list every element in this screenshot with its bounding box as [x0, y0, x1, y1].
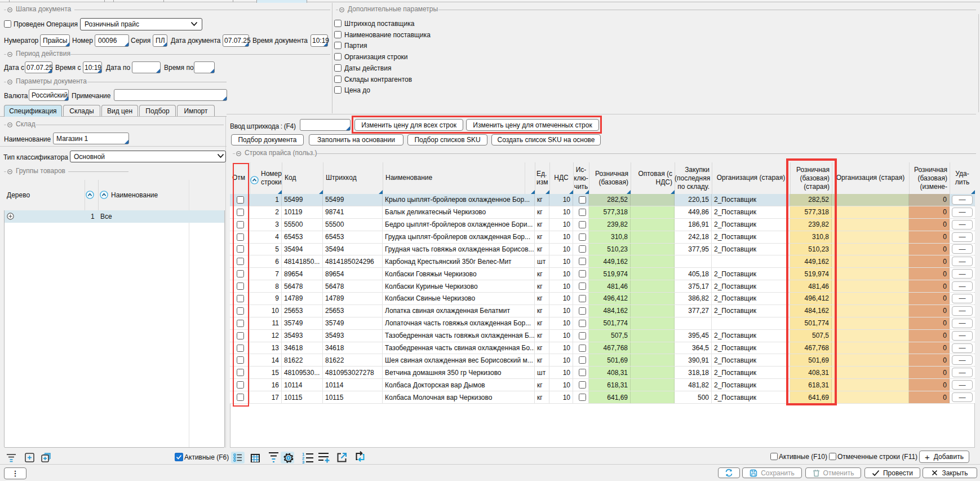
svg-text:3: 3 [302, 460, 304, 464]
